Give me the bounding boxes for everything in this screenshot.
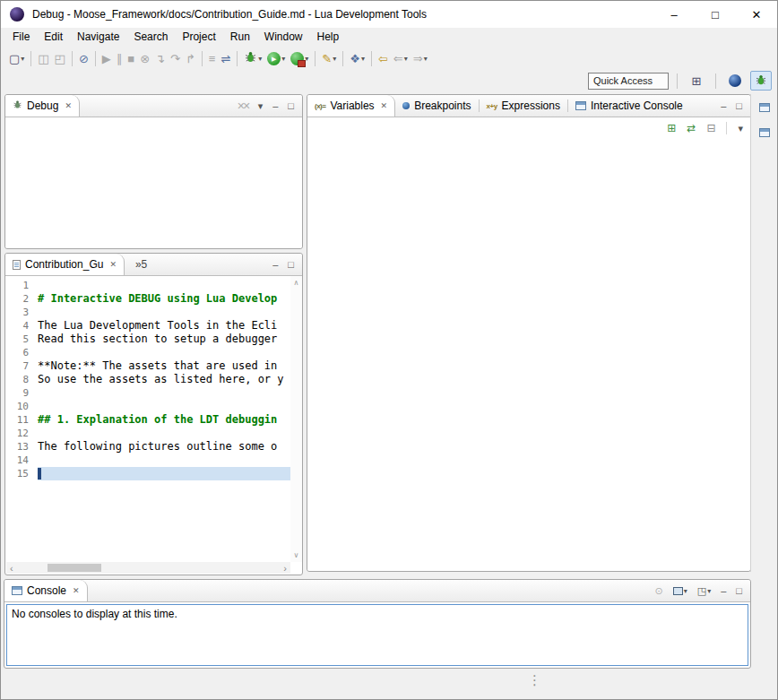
maximize-view-icon[interactable]: □ <box>736 586 742 596</box>
last-edit-location-button[interactable]: ⇦ <box>376 48 391 68</box>
close-tab-icon[interactable]: ✕ <box>109 260 117 269</box>
minimize-view-icon[interactable]: – <box>272 260 278 270</box>
show-type-names-icon[interactable]: ⊞ <box>667 122 676 134</box>
editor-horizontal-scrollbar[interactable]: ‹ › <box>6 562 290 574</box>
minimize-view-icon[interactable]: – <box>721 586 726 596</box>
line-number[interactable]: 12 <box>5 427 38 440</box>
code-editor[interactable]: 1 2# Interactive DEBUG using Lua Develop… <box>5 276 290 562</box>
code-line[interactable]: 6 <box>5 346 290 359</box>
line-number[interactable]: 13 <box>5 440 38 454</box>
close-window-button[interactable]: ✕ <box>736 1 777 28</box>
view-menu-icon[interactable]: ▾ <box>738 124 743 134</box>
close-tab-icon[interactable]: ✕ <box>73 586 80 595</box>
mark-occurrences-button[interactable]: ✎ ▾ <box>319 48 339 68</box>
minimize-view-icon[interactable]: – <box>272 101 278 111</box>
minimize-view-icon[interactable]: – <box>721 101 726 111</box>
save-button[interactable]: ◫ <box>35 48 51 68</box>
step-into-button[interactable]: ↴ <box>152 48 168 68</box>
new-wizard-button[interactable]: ▢ ▾ <box>6 48 27 68</box>
menu-window[interactable]: Window <box>257 28 310 47</box>
scroll-up-icon[interactable]: ∧ <box>294 279 299 287</box>
display-console-button[interactable]: ▾ <box>673 587 687 595</box>
tab-breakpoints[interactable]: Breakpoints <box>395 95 478 117</box>
drop-to-frame-button[interactable]: ≡ <box>206 48 219 68</box>
quick-access-input[interactable]: Quick Access <box>588 73 669 90</box>
step-over-button[interactable]: ↷ <box>168 48 183 68</box>
minimized-view-button-1[interactable] <box>756 99 774 116</box>
line-number[interactable]: 5 <box>5 333 38 346</box>
line-number[interactable]: 14 <box>5 454 38 467</box>
resume-button[interactable]: ▶ <box>99 48 114 68</box>
line-number[interactable]: 6 <box>5 346 38 359</box>
step-return-button[interactable]: ↱ <box>183 48 198 68</box>
tab-contribution-guide[interactable]: Contribution_Gu ✕ <box>5 254 125 275</box>
line-number[interactable]: 15 <box>5 467 38 480</box>
close-tab-icon[interactable]: ✕ <box>381 101 388 110</box>
pin-console-icon[interactable]: ⊙ <box>655 586 663 596</box>
code-line[interactable]: 1 <box>5 279 290 292</box>
scroll-right-icon[interactable]: › <box>283 563 287 574</box>
suspend-button[interactable]: ∥ <box>114 48 125 68</box>
code-line[interactable]: 8So use the assets as listed here, or y <box>5 373 290 386</box>
code-line[interactable]: 2# Interactive DEBUG using Lua Develop <box>5 292 290 306</box>
menu-help[interactable]: Help <box>310 28 347 47</box>
code-line[interactable]: 14 <box>5 454 290 467</box>
code-line[interactable]: 10 <box>5 400 290 413</box>
line-number[interactable]: 11 <box>5 413 38 427</box>
menu-edit[interactable]: Edit <box>37 28 70 47</box>
open-perspective-button[interactable]: ⊞ <box>686 71 707 91</box>
code-line[interactable]: 9 <box>5 386 290 400</box>
save-all-button[interactable]: ◰ <box>52 48 68 68</box>
line-number[interactable]: 7 <box>5 359 38 373</box>
forward-button[interactable]: ⇒ ▾ <box>411 48 430 68</box>
maximize-view-icon[interactable]: □ <box>288 101 294 111</box>
line-number[interactable]: 3 <box>5 306 38 319</box>
line-number[interactable]: 2 <box>5 292 38 306</box>
tab-variables[interactable]: (x)= Variables ✕ <box>307 95 395 117</box>
use-step-filters-button[interactable]: ⇌ <box>218 48 233 68</box>
menu-navigate[interactable]: Navigate <box>70 28 126 47</box>
minimize-window-button[interactable]: – <box>653 1 695 28</box>
maximize-view-icon[interactable]: □ <box>288 260 294 270</box>
debug-perspective-button[interactable] <box>750 71 772 91</box>
code-line[interactable]: 5Read this section to setup a debugger <box>5 333 290 346</box>
scrollbar-thumb[interactable] <box>48 564 101 572</box>
debug-button[interactable]: ▾ <box>241 48 264 68</box>
code-line[interactable]: 11## 1. Explanation of the LDT debuggin <box>5 413 290 427</box>
code-line[interactable]: 13The following pictures outline some o <box>5 440 290 454</box>
terminate-button[interactable]: ■ <box>125 48 137 68</box>
open-console-button[interactable]: ◳ ▾ <box>697 586 711 596</box>
view-menu-icon[interactable]: ▾ <box>258 101 264 111</box>
bottom-splitter-handle[interactable]: ⋮ <box>528 672 541 688</box>
back-button[interactable]: ⇐ ▾ <box>391 48 411 68</box>
collapse-all-icon[interactable]: ⊟ <box>706 122 715 134</box>
minimized-view-button-2[interactable] <box>756 125 774 141</box>
tab-expressions[interactable]: x+y Expressions <box>480 95 567 117</box>
menu-run[interactable]: Run <box>223 28 257 47</box>
close-tab-icon[interactable]: ✕ <box>65 101 72 110</box>
menu-project[interactable]: Project <box>175 28 222 47</box>
ldt-perspective-button[interactable] <box>724 71 746 91</box>
scroll-down-icon[interactable]: ∨ <box>294 551 299 559</box>
menu-file[interactable]: File <box>5 28 37 47</box>
external-tools-button[interactable]: ▾ <box>288 48 311 68</box>
maximize-view-icon[interactable]: □ <box>736 101 742 111</box>
line-number[interactable]: 1 <box>5 279 38 292</box>
scroll-left-icon[interactable]: ‹ <box>10 563 13 574</box>
tab-interactive-console[interactable]: Interactive Console <box>568 95 690 117</box>
remove-all-terminated-icon[interactable]: ✕✕ <box>237 101 247 111</box>
code-line[interactable]: 3 <box>5 306 290 319</box>
code-line[interactable]: 7**Note:** The assets that are used in <box>5 359 290 373</box>
tab-console[interactable]: Console ✕ <box>4 580 88 601</box>
disconnect-button[interactable]: ⊗ <box>137 48 152 68</box>
code-line-current[interactable]: 15 <box>5 467 290 480</box>
menu-search[interactable]: Search <box>126 28 175 47</box>
code-line[interactable]: 12 <box>5 427 290 440</box>
run-button[interactable]: ▶ ▾ <box>264 48 288 68</box>
line-number[interactable]: 10 <box>5 400 38 413</box>
line-number[interactable]: 4 <box>5 319 38 333</box>
skip-all-breakpoints-button[interactable]: ⊘ <box>76 48 91 68</box>
line-number[interactable]: 8 <box>5 373 38 386</box>
code-line[interactable]: 4The Lua Development Tools in the Ecli <box>5 319 290 333</box>
new-lua-file-button[interactable]: ❖ ▾ <box>347 48 367 68</box>
